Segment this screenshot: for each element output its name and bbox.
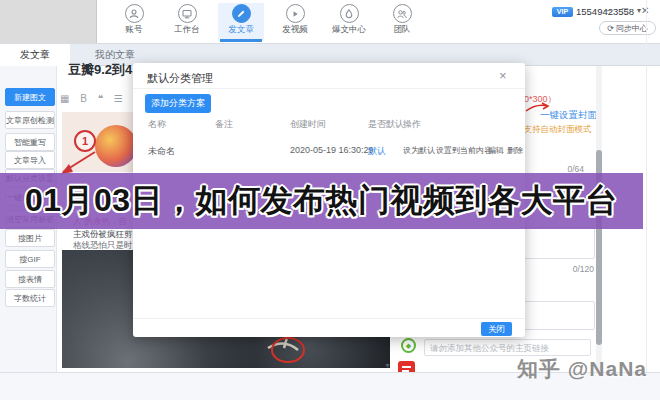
action-edit[interactable]: 编辑 — [488, 145, 504, 156]
one-click-cover-link[interactable]: 一键设置封面 — [540, 109, 597, 122]
active-nav-underline — [220, 39, 262, 42]
panel-right-border — [646, 0, 647, 372]
sidebar-item-search-image[interactable]: 搜图片 — [5, 229, 55, 247]
nav-label: 工作台 — [164, 24, 210, 34]
maximize-button[interactable]: □ — [622, 5, 628, 16]
titlebar-left-spacer — [0, 0, 97, 43]
col-header-actions: 操作 — [403, 118, 421, 131]
row-name: 未命名 — [148, 145, 175, 158]
modal-title: 默认分类管理 — [147, 71, 213, 86]
action-set-default[interactable]: 设为默认 — [403, 145, 435, 156]
pencil-icon — [232, 4, 251, 23]
sidebar-item-smart-rewrite[interactable]: 智能重写 — [5, 133, 55, 151]
annotation-circle-1: 1 — [74, 130, 96, 152]
nav-item-hot-center[interactable]: 爆文中心 — [326, 3, 372, 41]
nav-label: 发视频 — [272, 24, 318, 34]
nav-label: 爆文中心 — [326, 24, 372, 34]
col-header-name: 名称 — [148, 118, 166, 131]
article-title: 豆瓣9.2到4.8 — [68, 61, 143, 79]
headline-text: 01月03日，如何发布热门视频到各大平台 — [25, 179, 618, 223]
minimize-button[interactable]: ─ — [604, 5, 611, 16]
nav-label: 发文章 — [218, 24, 264, 34]
sidebar-item-originality-check[interactable]: 文章原创检测 — [5, 111, 55, 129]
nav-item-workbench[interactable]: 工作台 — [164, 3, 210, 41]
refresh-icon: ⟳ — [607, 24, 614, 33]
col-header-created: 创建时间 — [290, 118, 326, 131]
vip-badge: VIP — [552, 7, 573, 17]
sync-center-button[interactable]: ⟳ 同步中心 — [599, 21, 656, 35]
action-delete[interactable]: 删除 — [507, 145, 523, 156]
sidebar-item-new-article[interactable]: 新建图文 — [5, 88, 55, 106]
nav-label: 账号 — [111, 24, 157, 34]
team-icon — [393, 4, 412, 23]
modal-close-icon[interactable]: × — [499, 68, 507, 83]
sync-center-label: 同步中心 — [616, 23, 648, 34]
workbench-icon — [178, 4, 197, 23]
sidebar-item-search-gif[interactable]: 搜GIF — [5, 250, 55, 268]
article-image-figure — [95, 125, 137, 167]
sidebar-item-import-article[interactable]: 文章导入 — [5, 151, 55, 169]
nav-label: 团队 — [379, 24, 425, 34]
sidebar-item-word-count[interactable]: 字数统计 — [5, 289, 55, 307]
sidebar-item-search-emoji[interactable]: 搜表情 — [5, 270, 55, 288]
watermark: 知乎 @NaNa — [517, 355, 647, 383]
nav-item-team[interactable]: 团队 — [379, 3, 425, 41]
modal-close-button[interactable]: 关闭 — [481, 322, 512, 336]
homepage-link-input[interactable] — [424, 339, 591, 356]
platform-caret-icon[interactable]: ▼ — [384, 362, 391, 369]
col-header-remark: 备注 — [215, 118, 233, 131]
nav-item-account[interactable]: 账号 — [111, 3, 157, 41]
cover-refresh-icon[interactable]: ◆ — [401, 338, 416, 353]
action-apply-current[interactable]: 设置到当前内容 — [436, 145, 492, 156]
modal-header-divider — [133, 88, 525, 89]
modal-footer-divider — [133, 318, 525, 319]
nav-item-publish-video[interactable]: 发视频 — [272, 3, 318, 41]
nav-item-publish-article[interactable]: 发文章 — [218, 3, 264, 41]
row-default-badge: 默认 — [368, 145, 386, 158]
red-annotation-ellipse — [271, 337, 305, 363]
summary-counter: 0/120 — [558, 264, 594, 274]
account-icon — [125, 4, 144, 23]
col-header-is-default: 是否默认 — [368, 118, 404, 131]
row-created-at: 2020-05-19 16:30:29 — [290, 145, 374, 155]
add-category-button[interactable]: 添加分类方案 — [145, 94, 211, 113]
headline-banner: 01月03日，如何发布热门视频到各大平台 — [0, 173, 643, 229]
app-window: 账号 工作台 发文章 发视频 爆文中心 团队 VIP 15549423558 ▾… — [0, 0, 660, 400]
tab-publish-article[interactable]: 发文章 — [0, 44, 70, 66]
flame-icon — [340, 4, 359, 23]
play-icon — [286, 4, 305, 23]
